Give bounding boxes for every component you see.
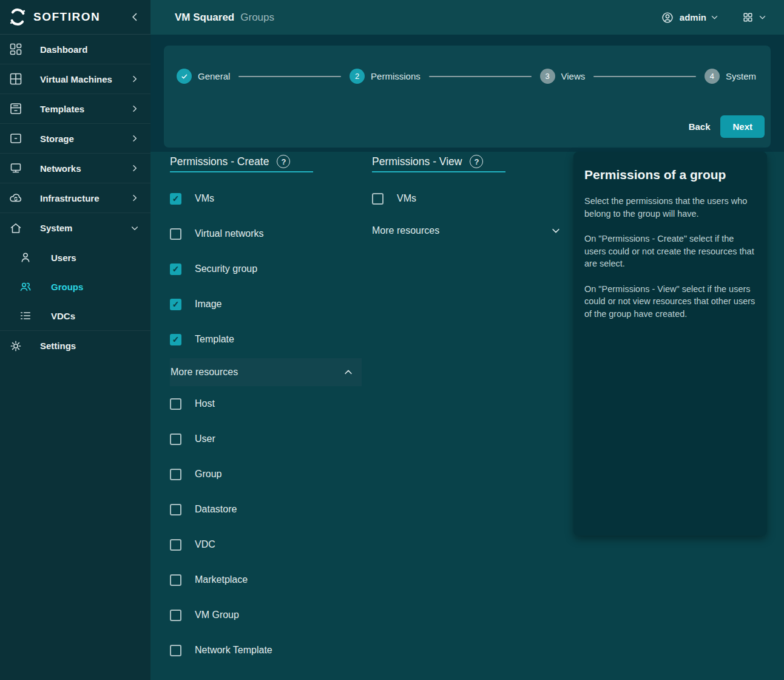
step-general[interactable]: General	[177, 69, 230, 84]
checkbox[interactable]	[170, 334, 181, 345]
sidebar-item-storage[interactable]: Storage	[0, 124, 150, 154]
step-connector	[238, 76, 341, 77]
checkbox-row[interactable]: VM Group	[170, 597, 362, 633]
checkbox-row[interactable]: Virtual networks	[170, 216, 362, 251]
permissions-view-list: VMs	[372, 181, 564, 216]
checkbox[interactable]	[372, 193, 384, 205]
step-number: 2	[350, 69, 365, 84]
checkbox-label: Marketplace	[195, 574, 248, 585]
help-question-icon[interactable]	[277, 155, 290, 168]
softiron-logo-icon	[8, 7, 27, 27]
sidebar-item-system[interactable]: System	[0, 213, 150, 243]
checkbox-row[interactable]: Datastore	[170, 492, 362, 527]
sidebar-item-templates[interactable]: Templates	[0, 94, 150, 124]
wizard-actions: Back Next	[689, 115, 765, 138]
checkbox[interactable]	[170, 433, 181, 445]
chevron-down-icon	[130, 223, 140, 233]
step-label: System	[726, 71, 756, 81]
dashboard-icon	[8, 42, 23, 56]
permissions-view-title: Permissions - View	[372, 155, 462, 168]
checkbox-label: VMs	[397, 193, 416, 204]
chevron-up-icon	[343, 367, 354, 378]
checkbox-label: Template	[195, 334, 234, 345]
more-resources-toggle[interactable]: More resources	[170, 358, 362, 386]
step-connector	[429, 76, 532, 77]
checkbox-label: Host	[195, 398, 215, 409]
checkbox[interactable]	[170, 299, 181, 310]
permissions-view-heading: Permissions - View	[372, 152, 505, 172]
step-label: Permissions	[371, 71, 421, 81]
checkbox-label: VMs	[195, 193, 214, 204]
sidebar-item-label: Infrastructure	[40, 193, 130, 203]
next-button[interactable]: Next	[720, 115, 765, 138]
sidebar-item-label: Storage	[40, 134, 130, 144]
sidebar-item-networks[interactable]: Networks	[0, 154, 150, 183]
checkbox[interactable]	[170, 398, 181, 410]
help-panel-paragraph: Select the permissions that the users wh…	[584, 195, 756, 220]
sidebar: SOFTIRON Dashboard Virtual Machines	[0, 0, 150, 680]
sidebar-item-virtual-machines[interactable]: Virtual Machines	[0, 64, 150, 94]
checkbox-row[interactable]: Network Template	[170, 633, 362, 668]
username: admin	[680, 12, 706, 22]
more-resources-label: More resources	[372, 225, 439, 236]
sidebar-item-vdcs[interactable]: VDCs	[0, 301, 150, 330]
permissions-create-section: Permissions - Create VMs Virtual network…	[170, 152, 362, 668]
checkbox-label: Datastore	[195, 504, 237, 515]
sidebar-item-label: Dashboard	[40, 44, 140, 55]
sidebar-item-users[interactable]: Users	[0, 243, 150, 272]
step-permissions[interactable]: 2 Permissions	[350, 69, 421, 84]
sidebar-item-infrastructure[interactable]: Infrastructure	[0, 183, 150, 213]
sidebar-item-dashboard[interactable]: Dashboard	[0, 35, 150, 64]
step-connector	[593, 76, 696, 77]
step-views[interactable]: 3 Views	[540, 69, 586, 84]
app-window: SOFTIRON Dashboard Virtual Machines	[0, 0, 784, 680]
help-question-icon[interactable]	[470, 155, 483, 168]
checkbox-row[interactable]: Group	[170, 457, 362, 492]
apps-menu[interactable]	[742, 12, 767, 23]
step-system[interactable]: 4 System	[705, 69, 756, 84]
step-label: Views	[561, 71, 586, 81]
sidebar-item-label: Users	[51, 253, 76, 263]
help-panel-title: Permissions of a group	[584, 168, 756, 182]
infrastructure-icon	[8, 191, 23, 205]
chevron-right-icon	[130, 163, 140, 173]
checkbox[interactable]	[170, 264, 181, 275]
checkbox[interactable]	[170, 193, 181, 205]
checkbox-label: User	[195, 433, 215, 444]
checkbox-row[interactable]: Security group	[170, 251, 362, 287]
checkbox[interactable]	[170, 228, 181, 240]
checkbox-row[interactable]: VMs	[170, 181, 362, 216]
sidebar-item-groups[interactable]: Groups	[0, 272, 150, 301]
back-button[interactable]: Back	[689, 121, 711, 132]
sidebar-item-label: System	[40, 223, 130, 233]
permissions-create-list: VMs Virtual networks Security group Imag…	[170, 181, 362, 357]
more-resources-toggle[interactable]: More resources	[372, 217, 564, 244]
checkbox-row[interactable]: User	[170, 421, 362, 457]
permissions-view-section: Permissions - View VMs More resources	[372, 152, 564, 244]
app-bar: VM Squared Groups admin	[150, 0, 784, 35]
user-menu[interactable]: admin	[661, 11, 719, 24]
checkbox[interactable]	[170, 645, 181, 656]
checkbox-row[interactable]: Host	[170, 386, 362, 421]
permissions-create-heading: Permissions - Create	[170, 152, 313, 172]
users-group-icon	[19, 280, 32, 293]
checkbox-row[interactable]: Image	[170, 287, 362, 322]
step-done-check-icon	[177, 69, 192, 84]
checkbox[interactable]	[170, 610, 181, 621]
checkbox-row[interactable]: Marketplace	[170, 562, 362, 597]
networks-icon	[8, 161, 23, 175]
sidebar-collapse-icon[interactable]	[129, 11, 141, 23]
chevron-right-icon	[130, 193, 140, 203]
sidebar-item-settings[interactable]: Settings	[0, 331, 150, 361]
checkbox[interactable]	[170, 504, 181, 515]
checkbox-row[interactable]: Template	[170, 322, 362, 357]
checkbox[interactable]	[170, 469, 181, 480]
step-number: 4	[705, 69, 720, 84]
sidebar-item-label: Networks	[40, 163, 130, 174]
checkbox-row[interactable]: VMs	[372, 181, 564, 216]
checkbox-row[interactable]: VDC	[170, 527, 362, 562]
checkbox-label: Security group	[195, 264, 257, 274]
help-panel-paragraph: On "Permissions - View" select if the us…	[584, 283, 756, 321]
checkbox[interactable]	[170, 539, 181, 551]
checkbox[interactable]	[170, 574, 181, 586]
